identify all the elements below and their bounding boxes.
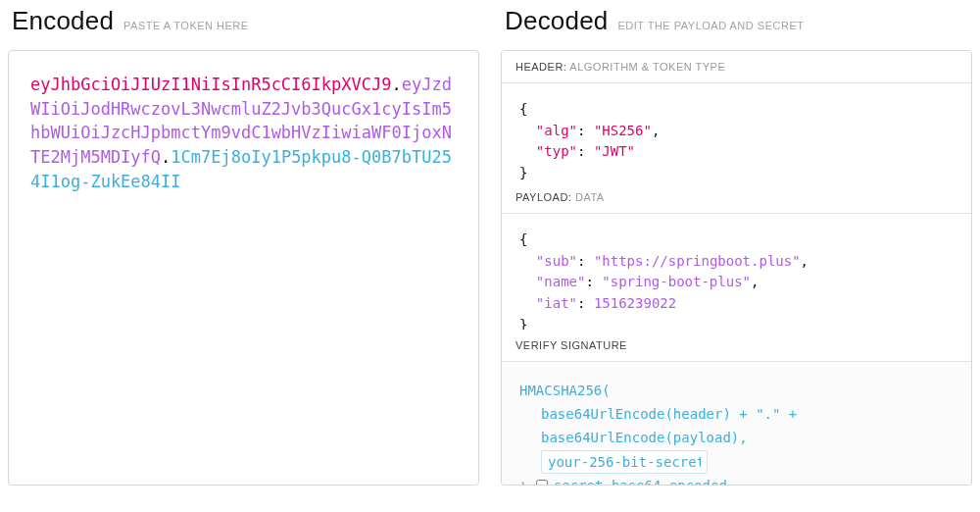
token-header-segment: eyJhbGciOiJIUzI1NiIsInR5cCI6IkpXVCJ9 [30,75,391,94]
header-json-body[interactable]: { "alg": "HS256", "typ": "JWT" } [502,83,971,182]
sig-line-1: base64UrlEncode(header) + "." + [541,403,954,427]
signature-block: HMACSHA256( base64UrlEncode(header) + ".… [502,362,971,486]
encoded-title-row: Encoded PASTE A TOKEN HERE [8,0,479,50]
decoded-column: Decoded EDIT THE PAYLOAD AND SECRET HEAD… [501,0,972,486]
encoded-column: Encoded PASTE A TOKEN HERE eyJhbGciOiJIU… [8,0,479,486]
sig-fn-close: ) [519,479,527,486]
sig-line-2: base64UrlEncode(payload), [541,427,954,450]
payload-section-sublabel: DATA [575,191,605,203]
signature-section-label: VERIFY SIGNATURE [515,339,627,351]
header-section-heading: HEADER: ALGORITHM & TOKEN TYPE [502,51,971,83]
header-section-label: HEADER: [515,61,566,73]
token-dot-2: . [161,147,171,167]
payload-section-label: PAYLOAD: [515,191,571,203]
decoded-subtitle: EDIT THE PAYLOAD AND SECRET [617,20,804,31]
token-dot-1: . [391,75,401,94]
payload-panel: PAYLOAD: DATA { "sub": "https://springbo… [501,181,972,331]
secret-base64-label: secret base64 encoded [554,475,727,486]
encoded-title: Encoded [12,6,114,36]
decoded-title-row: Decoded EDIT THE PAYLOAD AND SECRET [501,0,972,50]
header-section-sublabel: ALGORITHM & TOKEN TYPE [569,61,725,73]
secret-base64-checkbox[interactable] [536,480,548,486]
payload-json-body[interactable]: { "sub": "https://springboot.plus", "nam… [502,214,971,331]
encoded-subtitle: PASTE A TOKEN HERE [123,20,249,31]
secret-input[interactable] [541,450,708,474]
signature-section-heading: VERIFY SIGNATURE [502,330,971,362]
encoded-token-box[interactable]: eyJhbGciOiJIUzI1NiIsInR5cCI6IkpXVCJ9.eyJ… [8,50,479,486]
header-panel: HEADER: ALGORITHM & TOKEN TYPE { "alg": … [501,50,972,182]
signature-panel: VERIFY SIGNATURE HMACSHA256( base64UrlEn… [501,330,972,486]
sig-fn-open: HMACSHA256( [519,383,611,398]
payload-section-heading: PAYLOAD: DATA [502,181,971,214]
decoded-title: Decoded [505,6,608,36]
